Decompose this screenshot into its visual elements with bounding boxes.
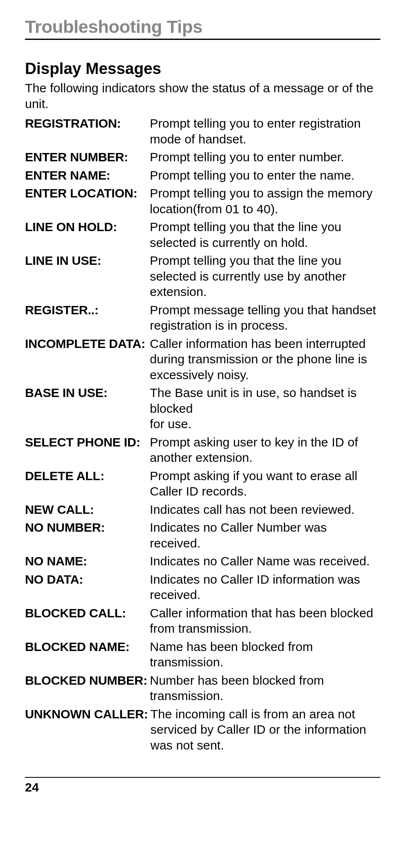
definition-description: The Base unit is in use, so handset is b…	[150, 385, 380, 432]
definition-row: NEW CALL:Indicates call has not been rev…	[25, 502, 380, 518]
definition-term: ENTER LOCATION:	[25, 185, 150, 201]
definition-row: NO DATA:Indicates no Caller ID informati…	[25, 572, 380, 603]
definition-row: LINE ON HOLD:Prompt telling you that the…	[25, 219, 380, 250]
definition-row: NO NAME:Indicates no Caller Name was rec…	[25, 553, 380, 569]
page-title: Troubleshooting Tips	[25, 17, 380, 40]
definition-description: Indicates call has not been reviewed.	[150, 502, 380, 518]
definition-description: The incoming call is from an area not se…	[150, 706, 380, 753]
definition-description: Name has been blocked from transmission.	[150, 639, 380, 670]
definition-term: ENTER NAME:	[25, 168, 150, 183]
definition-description: Number has been blocked from transmissio…	[150, 673, 380, 704]
definition-row: REGISTER..:Prompt message telling you th…	[25, 302, 380, 333]
definition-term: NEW CALL:	[25, 502, 150, 518]
section-title: Display Messages	[25, 60, 380, 78]
definition-description: Prompt telling you that the line you sel…	[150, 219, 380, 250]
definition-row: SELECT PHONE ID:Prompt asking user to ke…	[25, 434, 380, 466]
definition-term: DELETE ALL:	[25, 468, 150, 484]
definition-term: REGISTER..:	[25, 302, 150, 318]
definition-row: ENTER NUMBER:Prompt telling you to enter…	[25, 149, 380, 165]
definition-row: BLOCKED CALL:Caller information that has…	[25, 605, 380, 636]
definition-term: LINE IN USE:	[25, 253, 150, 269]
definition-term: NO DATA:	[25, 572, 150, 587]
definition-term: BLOCKED CALL:	[25, 605, 150, 621]
definition-description: Caller information has been interrupted …	[150, 336, 380, 383]
definition-row: INCOMPLETE DATA:Caller information has b…	[25, 336, 380, 383]
definition-term: BLOCKED NAME:	[25, 639, 150, 655]
definition-term: BLOCKED NUMBER:	[25, 673, 150, 688]
page-number: 24	[25, 780, 39, 794]
definition-row: ENTER NAME:Prompt telling you to enter t…	[25, 168, 380, 183]
definition-row: UNKNOWN CALLER:The incoming call is from…	[25, 706, 380, 753]
intro-paragraph: The following indicators show the status…	[25, 80, 380, 111]
definition-description: Prompt telling you to assign the memory …	[150, 185, 380, 217]
definition-row: LINE IN USE:Prompt telling you that the …	[25, 253, 380, 300]
definition-row: REGISTRATION:Prompt telling you to enter…	[25, 116, 380, 147]
definition-description: Prompt asking user to key in the ID of a…	[150, 434, 380, 466]
definitions-list: REGISTRATION:Prompt telling you to enter…	[25, 116, 380, 753]
definition-term: SELECT PHONE ID:	[25, 434, 150, 450]
definition-term: NO NUMBER:	[25, 520, 150, 535]
definition-description: Prompt telling you that the line you sel…	[150, 253, 380, 300]
page-footer: 24	[25, 777, 380, 794]
definition-description: Prompt telling you to enter registration…	[150, 116, 380, 147]
definition-description: Caller information that has been blocked…	[150, 605, 380, 636]
definition-description: Indicates no Caller Name was received.	[150, 553, 380, 569]
definition-term: NO NAME:	[25, 553, 150, 569]
definition-row: BLOCKED NUMBER:Number has been blocked f…	[25, 673, 380, 704]
definition-row: NO NUMBER:Indicates no Caller Number was…	[25, 520, 380, 551]
definition-term: INCOMPLETE DATA:	[25, 336, 150, 352]
definition-description: Prompt asking if you want to erase all C…	[150, 468, 380, 499]
definition-term: BASE IN USE:	[25, 385, 150, 401]
definition-row: ENTER LOCATION:Prompt telling you to ass…	[25, 185, 380, 217]
definition-description: Prompt telling you to enter number.	[150, 149, 380, 165]
definition-description: Indicates no Caller ID information was r…	[150, 572, 380, 603]
definition-term: UNKNOWN CALLER:	[25, 706, 150, 722]
definition-term: REGISTRATION:	[25, 116, 150, 131]
definition-description: Prompt message telling you that handset …	[150, 302, 380, 333]
definition-row: DELETE ALL:Prompt asking if you want to …	[25, 468, 380, 499]
definition-term: LINE ON HOLD:	[25, 219, 150, 235]
definition-row: BLOCKED NAME:Name has been blocked from …	[25, 639, 380, 670]
definition-description: Prompt telling you to enter the name.	[150, 168, 380, 183]
definition-description: Indicates no Caller Number was received.	[150, 520, 380, 551]
definition-row: BASE IN USE:The Base unit is in use, so …	[25, 385, 380, 432]
definition-term: ENTER NUMBER:	[25, 149, 150, 165]
